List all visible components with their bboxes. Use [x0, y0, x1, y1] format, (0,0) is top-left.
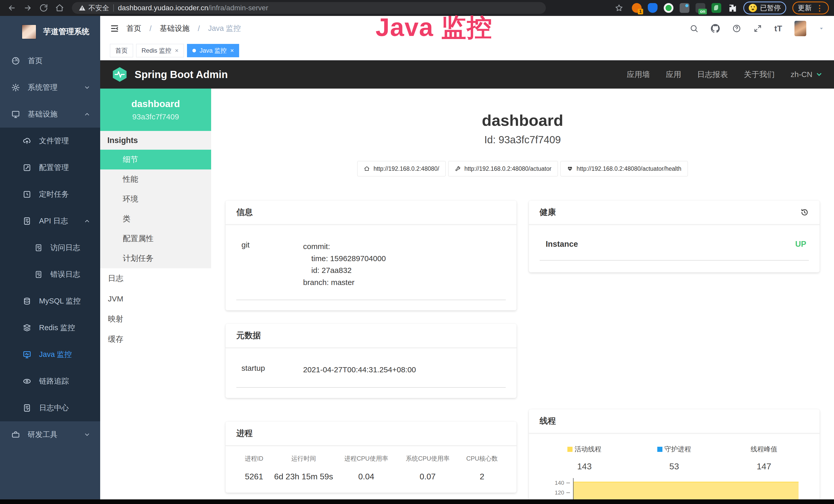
annotation-text: Java 监控	[375, 11, 492, 45]
breadcrumb-home[interactable]: 首页	[126, 23, 141, 33]
sidebar-item-file-management[interactable]: 文件管理	[0, 128, 100, 154]
profile-paused-button[interactable]: 已暂停	[743, 2, 786, 15]
help-icon[interactable]	[732, 24, 741, 33]
sidebar-item-label: API 日志	[39, 216, 68, 226]
sba-item-environment[interactable]: 环境	[100, 189, 211, 209]
git-time-line: time: 1596289704000	[303, 253, 386, 265]
sba-nav-applications[interactable]: 应用	[666, 69, 681, 80]
sba-nav-wall[interactable]: 应用墙	[627, 69, 650, 80]
sidebar-item-config-management[interactable]: 配置管理	[0, 154, 100, 181]
sidebar-item-home[interactable]: 首页	[0, 47, 100, 74]
github-icon[interactable]	[711, 24, 720, 33]
sidebar-item-log-center[interactable]: 日志中心	[0, 395, 100, 421]
sidebar-item-infrastructure[interactable]: 基础设施	[0, 101, 100, 128]
health-card-header: 健康	[529, 201, 820, 225]
tab-redis-monitor[interactable]: Redis 监控 ×	[136, 44, 184, 57]
cloud-upload-icon	[23, 137, 31, 145]
legend-label: 守护进程	[664, 445, 691, 454]
layers-icon	[23, 323, 31, 332]
update-browser-button[interactable]: 更新 ⋮	[792, 2, 829, 15]
extension-icon-3[interactable]	[664, 3, 674, 13]
warning-icon	[79, 4, 86, 12]
sidebar-item-mysql-monitor[interactable]: MySQL 监控	[0, 288, 100, 315]
log-icon	[23, 404, 31, 412]
cpu-cores: 2	[459, 472, 506, 481]
extension-icon-2[interactable]	[648, 3, 658, 13]
process-card: 进程 进程ID 运行时间 进程CPU使用率 系统CPU使用率 CPU核心数	[225, 421, 517, 493]
browser-menu-icon[interactable]: ⋮	[816, 4, 824, 13]
avatar-caret-down-icon[interactable]	[818, 26, 824, 31]
sidebar-item-api-log[interactable]: API 日志	[0, 208, 100, 234]
extensions-puzzle-icon[interactable]	[727, 3, 737, 13]
process-col-header: CPU核心数	[459, 455, 506, 463]
health-url-link[interactable]: http://192.168.0.2:48080/actuator/health	[561, 161, 688, 176]
sidebar-item-java-monitor[interactable]: Java 监控	[0, 341, 100, 368]
extension-badge-on: on	[698, 9, 707, 15]
breadcrumb-separator: /	[150, 24, 152, 33]
extension-icon-1[interactable]: 1	[632, 3, 642, 13]
sba-locale-select[interactable]: zh-CN	[791, 70, 823, 79]
metadata-card: 元数据 startup 2021-04-27T00:44:31.254+08:0…	[225, 324, 517, 398]
sba-brand[interactable]: Spring Boot Admin	[111, 66, 228, 83]
sba-nav-journal[interactable]: 日志报表	[697, 69, 728, 80]
extension-icon-5[interactable]: on	[696, 3, 705, 13]
collapse-sidebar-icon[interactable]	[110, 24, 119, 33]
threads-card-body: 活动线程 143 守护进程 53 线程峰值	[529, 433, 820, 504]
app-logo-avatar	[22, 24, 37, 39]
sidebar-item-access-log[interactable]: 访问日志	[0, 234, 100, 261]
chevron-up-icon	[84, 218, 90, 224]
extension-icon-4[interactable]	[680, 3, 689, 13]
sidebar-item-scheduled-jobs[interactable]: 定时任务	[0, 181, 100, 208]
user-avatar[interactable]	[794, 21, 806, 36]
process-col-header: 进程CPU使用率	[335, 455, 397, 463]
sidebar-item-label: 基础设施	[28, 109, 58, 119]
actuator-url-link[interactable]: http://192.168.0.2:48080/actuator	[448, 161, 558, 176]
history-icon[interactable]	[800, 208, 809, 217]
extension-icon-6[interactable]	[711, 3, 721, 13]
sba-item-caches[interactable]: 缓存	[100, 329, 211, 349]
not-secure-warning[interactable]: 不安全	[79, 3, 109, 13]
sba-item-logs[interactable]: 日志	[100, 268, 211, 289]
threads-card-header: 线程	[529, 409, 820, 433]
process-col-header: 运行时间	[272, 455, 335, 463]
sidebar-item-tracing[interactable]: 链路追踪	[0, 368, 100, 395]
sba-item-details[interactable]: 细节	[100, 150, 211, 169]
forward-icon[interactable]	[21, 1, 35, 15]
close-icon[interactable]: ×	[230, 47, 234, 54]
fullscreen-icon[interactable]	[753, 24, 762, 33]
sba-item-config-props[interactable]: 配置属性	[100, 229, 211, 249]
back-icon[interactable]	[5, 1, 19, 15]
tab-java-monitor[interactable]: Java 监控 ×	[187, 44, 239, 57]
sidebar-item-dev-tools[interactable]: 研发工具	[0, 421, 100, 448]
app-logo[interactable]: 芋道管理系统	[0, 16, 100, 47]
tab-home[interactable]: 首页	[110, 44, 133, 57]
sba-item-classes[interactable]: 类	[100, 209, 211, 229]
breadcrumb-section[interactable]: 基础设施	[160, 23, 190, 33]
sidebar-item-error-log[interactable]: 错误日志	[0, 261, 100, 288]
chevron-down-icon	[815, 71, 823, 78]
info-card: 信息 git commit: time: 1596289704000 id: 2	[225, 201, 517, 311]
sidebar-item-redis-monitor[interactable]: Redis 监控	[0, 315, 100, 341]
search-icon[interactable]	[690, 24, 698, 33]
sba-item-metrics[interactable]: 性能	[100, 169, 211, 189]
sba-item-scheduled-tasks[interactable]: 计划任务	[100, 249, 211, 268]
wrench-icon	[455, 166, 461, 172]
home-icon[interactable]	[53, 1, 66, 15]
sba-item-jvm[interactable]: JVM	[100, 289, 211, 309]
reload-icon[interactable]	[37, 1, 50, 15]
instance-links: http://192.168.0.2:48080/ http://192.168…	[211, 161, 834, 176]
sba-app-header[interactable]: dashboard 93a3fc7f7409	[100, 89, 211, 131]
font-size-icon[interactable]: tT	[774, 24, 782, 33]
y-tick-120: 120	[540, 489, 570, 496]
sba-item-mappings[interactable]: 映射	[100, 309, 211, 329]
bookmark-star-icon[interactable]	[612, 1, 626, 15]
sidebar-item-system[interactable]: 系统管理	[0, 74, 100, 101]
breadcrumb-current: Java 监控	[208, 23, 241, 33]
metadata-label: startup	[241, 364, 303, 376]
sba-locale-value: zh-CN	[791, 70, 812, 79]
close-icon[interactable]: ×	[175, 47, 178, 54]
service-url-link[interactable]: http://192.168.0.2:48080/	[357, 161, 446, 176]
actuator-url: http://192.168.0.2:48080/actuator	[464, 165, 551, 172]
gear-icon	[11, 83, 20, 92]
sba-nav-about[interactable]: 关于我们	[744, 69, 775, 80]
